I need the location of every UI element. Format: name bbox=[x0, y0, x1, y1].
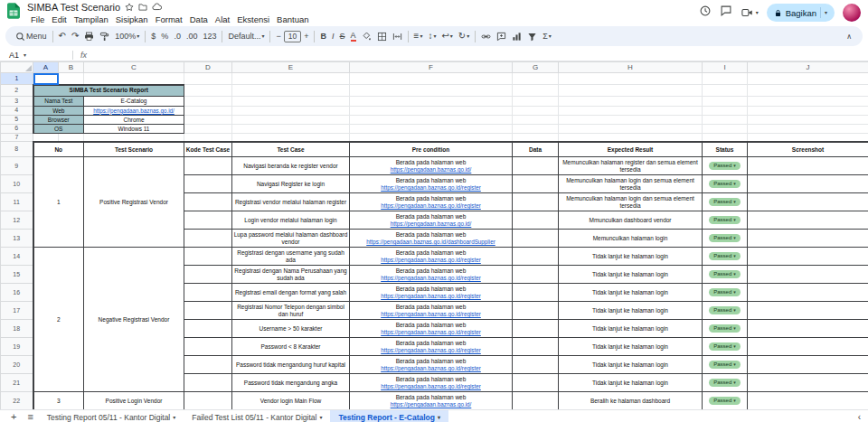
status-cell[interactable]: Passed▾ bbox=[703, 356, 748, 374]
col-header-screenshot[interactable]: Screenshot bbox=[748, 142, 868, 157]
menu-format[interactable]: Format bbox=[152, 14, 186, 24]
status-chip[interactable]: Passed▾ bbox=[709, 324, 741, 333]
cell[interactable] bbox=[748, 97, 868, 107]
row-header-18[interactable]: 18 bbox=[1, 320, 33, 338]
pre-condition-link[interactable]: https://pengadaan.baznas.go.id/register bbox=[351, 311, 511, 317]
version-history-icon[interactable] bbox=[699, 5, 712, 21]
col-header-pre-condition[interactable]: Pre condition bbox=[350, 142, 513, 157]
col-header-status[interactable]: Status bbox=[703, 142, 748, 157]
pre-condition-cell[interactable]: Berada pada halaman webhttps://pengadaan… bbox=[350, 320, 513, 338]
borders-button[interactable] bbox=[374, 28, 390, 44]
cell[interactable] bbox=[703, 134, 748, 142]
cell[interactable] bbox=[184, 97, 232, 107]
kode-cell[interactable] bbox=[184, 356, 232, 374]
status-chip[interactable]: Passed▾ bbox=[709, 379, 741, 387]
test-case-cell[interactable]: Password < 8 Karakter bbox=[232, 338, 350, 356]
status-chip[interactable]: Passed▾ bbox=[709, 397, 741, 405]
status-cell[interactable]: Passed▾ bbox=[703, 175, 748, 193]
group-no-cell[interactable]: 2 bbox=[33, 248, 84, 392]
cell[interactable] bbox=[184, 134, 232, 142]
cell[interactable] bbox=[748, 107, 868, 116]
test-case-cell[interactable]: Username > 50 karakter bbox=[232, 320, 350, 338]
cell[interactable] bbox=[59, 134, 84, 142]
test-case-cell[interactable]: Navigasi Register ke login bbox=[232, 175, 350, 193]
screenshot-cell[interactable] bbox=[748, 230, 868, 248]
cell[interactable] bbox=[184, 73, 232, 85]
status-chip[interactable]: Passed▾ bbox=[709, 252, 741, 260]
cell[interactable] bbox=[513, 97, 559, 107]
web-link[interactable]: https://pengadaan.baznas.go.id/ bbox=[85, 108, 183, 114]
expected-result-cell[interactable]: Memunculkan halaman login dan semua elem… bbox=[559, 193, 703, 211]
col-header-kode-test-case[interactable]: Kode Test Case bbox=[184, 142, 232, 157]
group-scenario-cell[interactable]: Negative Registrasi Vendor bbox=[84, 248, 184, 392]
pre-condition-cell[interactable]: Berada pada halaman webhttps://pengadaan… bbox=[350, 338, 513, 356]
cell[interactable] bbox=[703, 107, 748, 116]
test-case-cell[interactable]: Lupa password melalui halaman dashboard … bbox=[232, 230, 350, 248]
screenshot-cell[interactable] bbox=[748, 320, 868, 338]
cell[interactable] bbox=[84, 134, 184, 142]
sheets-logo-icon[interactable] bbox=[7, 3, 20, 23]
cell[interactable] bbox=[513, 125, 559, 134]
test-case-cell[interactable]: Registrasi Nomor Telepon dengan simbol d… bbox=[232, 302, 350, 320]
menu-extensions[interactable]: Ekstensi bbox=[233, 14, 273, 24]
kode-cell[interactable] bbox=[184, 157, 232, 175]
row-header-20[interactable]: 20 bbox=[1, 356, 33, 374]
pre-condition-link[interactable]: https://pengadaan.baznas.go.id/ bbox=[351, 401, 511, 408]
test-case-cell[interactable]: Registrasi dengan Nama Perusahaan yang s… bbox=[232, 266, 350, 284]
tab-scroll-button[interactable]: ‹ bbox=[851, 412, 868, 422]
col-header-test-scenario[interactable]: Test Scenario bbox=[84, 142, 184, 157]
row-header-8[interactable]: 8 bbox=[1, 142, 33, 157]
insert-chart-button[interactable] bbox=[509, 28, 524, 44]
expected-result-cell[interactable]: Memunculkan halaman login dan semua elem… bbox=[559, 175, 703, 193]
cell[interactable] bbox=[703, 73, 748, 85]
status-cell[interactable]: Passed▾ bbox=[703, 320, 748, 338]
format-percent-button[interactable]: % bbox=[158, 28, 171, 44]
cell[interactable] bbox=[350, 85, 513, 97]
cell[interactable] bbox=[513, 107, 559, 116]
col-header-test-case[interactable]: Test Case bbox=[232, 142, 350, 157]
menu-insert[interactable]: Sisipkan bbox=[112, 14, 152, 24]
cell[interactable] bbox=[559, 116, 703, 125]
status-chip[interactable]: Passed▾ bbox=[709, 306, 741, 314]
expected-result-cell[interactable]: Tidak lanjut ke halaman login bbox=[559, 320, 703, 338]
pre-condition-link[interactable]: https://pengadaan.baznas.go.id/register bbox=[351, 347, 511, 353]
cell[interactable] bbox=[184, 125, 232, 134]
screenshot-cell[interactable] bbox=[748, 392, 868, 409]
sheet-tab-testing-report-ecatalog[interactable]: Testing Report - E-Catalog ▾ bbox=[330, 410, 448, 422]
screenshot-cell[interactable] bbox=[748, 356, 868, 374]
info-value-cell[interactable]: https://pengadaan.baznas.go.id/ bbox=[84, 107, 184, 116]
expected-result-cell[interactable]: Tidak lanjut ke halaman login bbox=[559, 338, 703, 356]
col-header-no[interactable]: No bbox=[33, 142, 84, 157]
toolbar-collapse-button[interactable]: ∧ bbox=[843, 33, 855, 41]
screenshot-cell[interactable] bbox=[748, 157, 868, 175]
insert-link-button[interactable] bbox=[478, 28, 494, 44]
info-value-cell[interactable]: Chrome bbox=[84, 116, 184, 125]
document-title[interactable]: SIMBA Test Scenario bbox=[27, 2, 120, 13]
pre-condition-cell[interactable]: Berada pada halaman webhttps://pengadaan… bbox=[350, 157, 513, 175]
kode-cell[interactable] bbox=[184, 193, 232, 211]
screenshot-cell[interactable] bbox=[748, 302, 868, 320]
cell[interactable] bbox=[559, 134, 703, 142]
test-case-cell[interactable]: Navigasi beranda ke register vendor bbox=[232, 157, 350, 175]
status-chip[interactable]: Passed▾ bbox=[709, 180, 741, 188]
expected-result-cell[interactable]: Tidak lanjut ke halaman login bbox=[559, 302, 703, 320]
cell[interactable] bbox=[559, 73, 703, 85]
pre-condition-cell[interactable]: Berada pada halaman webhttps://pengadaan… bbox=[350, 175, 513, 193]
print-button[interactable] bbox=[81, 28, 97, 44]
col-header-data[interactable]: Data bbox=[513, 142, 559, 157]
comment-icon[interactable] bbox=[720, 5, 732, 21]
menu-view[interactable]: Tampilan bbox=[71, 14, 112, 24]
font-select[interactable]: Default... ▾ bbox=[225, 28, 267, 44]
status-cell[interactable]: Passed▾ bbox=[703, 338, 748, 356]
sheet-tab-testing-report-0511[interactable]: Testing Report 05/11 - Kantor Digital ▾ bbox=[39, 410, 184, 422]
pre-condition-cell[interactable]: Berada pada halaman webhttps://pengadaan… bbox=[350, 374, 513, 392]
cell[interactable] bbox=[232, 97, 350, 107]
info-value-cell[interactable]: Windows 11 bbox=[84, 125, 184, 134]
column-header-G[interactable]: G bbox=[513, 62, 559, 73]
data-cell[interactable] bbox=[513, 175, 559, 193]
font-size-input[interactable]: 10 bbox=[284, 31, 301, 42]
functions-button[interactable]: Σ ▾ bbox=[540, 28, 554, 44]
expected-result-cell[interactable]: Tidak lanjut ke halaman login bbox=[559, 284, 703, 302]
paint-format-button[interactable] bbox=[97, 28, 112, 44]
select-all-corner[interactable] bbox=[1, 62, 33, 73]
